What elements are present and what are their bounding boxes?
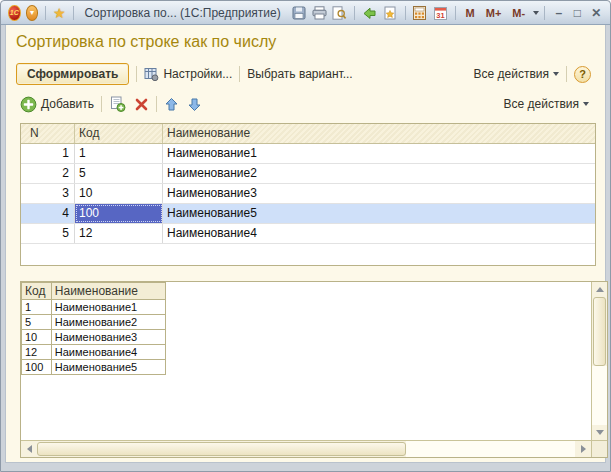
generate-button-label: Сформировать: [27, 67, 118, 81]
result-cell[interactable]: Наименование2: [52, 315, 166, 330]
scroll-down-button[interactable]: [592, 425, 607, 440]
add-button-label: Добавить: [41, 97, 94, 111]
result-cell[interactable]: 10: [22, 330, 52, 345]
toolbar-separator: [101, 96, 102, 112]
result-row[interactable]: 12Наименование4: [22, 345, 166, 360]
result-spreadsheet-panel: Код Наименование 1Наименование15Наименов…: [20, 281, 608, 458]
favorites-star-icon[interactable]: ★: [53, 6, 66, 20]
result-cell[interactable]: Наименование1: [52, 300, 166, 315]
preview-icon: [332, 6, 347, 20]
generate-button[interactable]: Сформировать: [16, 63, 129, 85]
table-cell[interactable]: 1: [21, 144, 75, 163]
main-menu-button[interactable]: ▾: [26, 5, 39, 21]
choose-variant-button[interactable]: Выбрать вариант...: [247, 67, 352, 81]
preview-button[interactable]: [332, 4, 347, 22]
settings-button[interactable]: Настройки...: [144, 67, 232, 81]
scroll-up-button[interactable]: [592, 282, 607, 297]
toolbar-separator: [156, 96, 157, 112]
table-cell[interactable]: 100: [75, 204, 163, 223]
table-cell[interactable]: 10: [75, 184, 163, 203]
table-cell[interactable]: 1: [75, 144, 163, 163]
chevron-down-icon: ▾: [30, 8, 34, 17]
page-title: Сортировка по строке как по числу: [16, 33, 276, 51]
table-row[interactable]: 4100Наименование5: [21, 204, 595, 224]
memory-m-plus-button[interactable]: M+: [483, 4, 505, 22]
vertical-scrollbar[interactable]: [591, 282, 607, 440]
result-row[interactable]: 1Наименование1: [22, 300, 166, 315]
column-header-code[interactable]: Код: [75, 124, 163, 143]
1c-logo-icon: 1C: [8, 5, 21, 21]
add-favorite-button[interactable]: [382, 4, 397, 22]
all-actions-label: Все действия: [504, 97, 579, 111]
titlebar: 1C ▾ ★ Сортировка по... (1С:Предприятие)…: [1, 1, 610, 25]
save-button[interactable]: [292, 4, 307, 22]
table-cell[interactable]: Наименование5: [163, 204, 595, 223]
report-toolbar: Сформировать Настройки... Выбрать вариан…: [16, 61, 591, 87]
table-cell[interactable]: 3: [21, 184, 75, 203]
result-row[interactable]: 5Наименование2: [22, 315, 166, 330]
table-cell[interactable]: 12: [75, 224, 163, 243]
table-cell[interactable]: 5: [21, 224, 75, 243]
copy-button[interactable]: [109, 96, 126, 112]
calculator-button[interactable]: [412, 4, 427, 22]
form-body: Сортировка по строке как по числу Сформи…: [5, 25, 606, 463]
column-header-name[interactable]: Наименование: [163, 124, 595, 143]
table-cell[interactable]: Наименование3: [163, 184, 595, 203]
result-header-name[interactable]: Наименование: [52, 283, 166, 300]
delete-button[interactable]: [134, 98, 149, 111]
scroll-track[interactable]: [592, 366, 607, 425]
arrow-left-icon: [27, 445, 32, 453]
help-button[interactable]: ?: [574, 66, 591, 83]
all-actions-button-list[interactable]: Все действия: [504, 97, 589, 111]
table-cell[interactable]: 5: [75, 164, 163, 183]
chevron-down-icon[interactable]: [533, 11, 539, 15]
list-table-body: 11Наименование125Наименование2310Наимено…: [21, 144, 595, 244]
spreadsheet-canvas: Код Наименование 1Наименование15Наименов…: [21, 282, 591, 440]
result-cell[interactable]: 5: [22, 315, 52, 330]
calendar-icon: 31: [434, 6, 447, 20]
table-cell[interactable]: Наименование1: [163, 144, 595, 163]
list-table-header: N Код Наименование: [21, 124, 595, 144]
table-cell[interactable]: 4: [21, 204, 75, 223]
add-button[interactable]: Добавить: [20, 96, 94, 113]
result-row[interactable]: 100Наименование5: [22, 360, 166, 375]
print-button[interactable]: [312, 4, 327, 22]
calendar-button[interactable]: 31: [433, 4, 448, 22]
move-down-button[interactable]: [187, 97, 202, 112]
memory-m-button[interactable]: M: [463, 4, 478, 22]
memory-m-minus-button[interactable]: M-: [509, 4, 528, 22]
result-cell[interactable]: 100: [22, 360, 52, 375]
table-cell[interactable]: Наименование4: [163, 224, 595, 243]
result-cell[interactable]: Наименование3: [52, 330, 166, 345]
add-plus-icon: [20, 96, 37, 113]
move-up-button[interactable]: [164, 97, 179, 112]
all-actions-button-report[interactable]: Все действия: [474, 67, 559, 81]
app-window: 1C ▾ ★ Сортировка по... (1С:Предприятие)…: [0, 0, 611, 472]
table-row[interactable]: 25Наименование2: [21, 164, 595, 184]
close-button[interactable]: ✕: [589, 6, 603, 20]
scroll-thumb[interactable]: [37, 442, 406, 456]
table-cell[interactable]: 2: [21, 164, 75, 183]
scroll-thumb[interactable]: [593, 297, 606, 366]
table-cell[interactable]: Наименование2: [163, 164, 595, 183]
scroll-track[interactable]: [406, 441, 575, 457]
scroll-right-button[interactable]: [575, 441, 591, 457]
maximize-button[interactable]: □: [571, 6, 585, 20]
result-header-code[interactable]: Код: [22, 283, 52, 300]
minimize-button[interactable]: –: [552, 6, 566, 20]
horizontal-scrollbar[interactable]: [21, 440, 591, 457]
result-table: Код Наименование 1Наименование15Наименов…: [21, 282, 166, 375]
result-cell[interactable]: 1: [22, 300, 52, 315]
table-row[interactable]: 11Наименование1: [21, 144, 595, 164]
go-to-link-button[interactable]: [362, 4, 377, 22]
table-row[interactable]: 512Наименование4: [21, 224, 595, 244]
result-cell[interactable]: Наименование5: [52, 360, 166, 375]
scroll-left-button[interactable]: [21, 441, 37, 457]
copy-document-icon: [109, 96, 126, 112]
toolbar-separator: [566, 66, 567, 82]
result-row[interactable]: 10Наименование3: [22, 330, 166, 345]
column-header-n[interactable]: N: [21, 124, 75, 143]
table-row[interactable]: 310Наименование3: [21, 184, 595, 204]
result-cell[interactable]: 12: [22, 345, 52, 360]
result-cell[interactable]: Наименование4: [52, 345, 166, 360]
